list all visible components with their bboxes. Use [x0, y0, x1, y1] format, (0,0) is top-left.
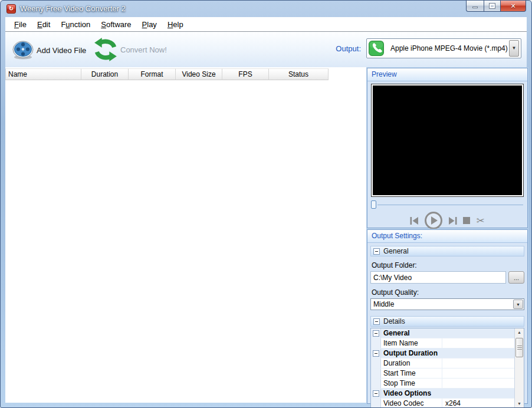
- collapse-icon[interactable]: [373, 318, 380, 325]
- collapse-icon[interactable]: [373, 390, 379, 397]
- window-title: Weeny Free Video Converter 2: [20, 1, 126, 17]
- previous-button[interactable]: [410, 217, 419, 225]
- add-video-file-label: Add Video File: [37, 46, 86, 55]
- thumb-grip: [517, 346, 522, 350]
- menu-bar: File Edit Function Software Play Help: [5, 17, 527, 32]
- stop-button[interactable]: [463, 217, 470, 224]
- output-folder-input[interactable]: [370, 271, 506, 284]
- scroll-up-icon[interactable]: ▲: [515, 328, 524, 337]
- property-value[interactable]: [442, 338, 514, 348]
- property-value[interactable]: [442, 358, 514, 368]
- column-header-video-size[interactable]: Video Size: [176, 68, 222, 80]
- column-header-fps[interactable]: FPS: [222, 68, 269, 80]
- close-button[interactable]: ✕: [500, 1, 526, 12]
- preview-panel: Preview ✂: [367, 68, 528, 228]
- property-value[interactable]: [442, 379, 514, 388]
- video-preview: [372, 84, 523, 196]
- app-window: ↻ Weeny Free Video Converter 2 ✕ File Ed…: [0, 0, 532, 408]
- output-settings-body: General Output Folder: ... Output Qualit…: [367, 243, 527, 408]
- output-format-group: Output: Apple iPhone MPEG-4 Movie (*.mp4…: [336, 38, 521, 58]
- output-quality-label: Output Quality:: [372, 288, 524, 297]
- menu-file[interactable]: File: [9, 18, 32, 31]
- menu-play[interactable]: Play: [137, 18, 162, 31]
- details-scrollbar[interactable]: ▲ ▼: [514, 328, 524, 408]
- property-value[interactable]: x264: [442, 399, 514, 408]
- play-icon: [431, 216, 438, 225]
- chevron-down-icon: ▼: [512, 46, 517, 51]
- details-row[interactable]: Start Time: [371, 368, 514, 379]
- menu-help[interactable]: Help: [162, 18, 189, 31]
- details-row[interactable]: Stop Time: [371, 379, 514, 389]
- details-row[interactable]: Duration: [371, 358, 514, 368]
- output-format-value: Apple iPhone MPEG-4 Movie (*.mp4): [390, 39, 508, 58]
- general-section-label: General: [383, 247, 409, 255]
- play-button[interactable]: [425, 212, 442, 229]
- row-gutter: [371, 399, 381, 408]
- output-settings-header: Output Settings:: [367, 230, 527, 243]
- output-label: Output:: [336, 44, 361, 53]
- output-folder-label: Output Folder:: [372, 261, 524, 269]
- details-rows: General Item Name Output Duration: [371, 328, 514, 408]
- add-video-file-button[interactable]: Add Video File: [11, 40, 86, 60]
- minimize-button[interactable]: [466, 1, 484, 12]
- details-row[interactable]: Video Options: [371, 389, 514, 399]
- column-header-name[interactable]: Name: [5, 68, 81, 80]
- output-settings-panel: Output Settings: General Output Folder: …: [367, 229, 528, 404]
- convert-now-button[interactable]: Convert Now!: [93, 37, 167, 62]
- output-format-arrow-button[interactable]: ▼: [509, 40, 519, 57]
- details-section-header[interactable]: Details: [370, 316, 524, 327]
- row-gutter: [371, 348, 381, 358]
- maximize-icon: [490, 4, 495, 8]
- chevron-down-icon: ▼: [516, 302, 520, 307]
- details-row[interactable]: Output Duration: [371, 348, 514, 358]
- row-gutter: [371, 389, 381, 398]
- scroll-down-icon[interactable]: ▼: [515, 400, 524, 408]
- menu-function[interactable]: Function: [55, 18, 96, 31]
- transport-controls: ✂: [367, 212, 527, 229]
- property-label: General: [381, 329, 410, 337]
- row-gutter: [371, 358, 381, 368]
- details-row[interactable]: Item Name: [371, 338, 514, 348]
- column-header-duration[interactable]: Duration: [81, 68, 129, 80]
- output-folder-row: ...: [370, 271, 524, 284]
- preview-panel-header: Preview: [367, 68, 527, 81]
- file-list-header: Name Duration Format Video Size FPS Stat…: [5, 68, 329, 80]
- convert-icon: [93, 37, 119, 62]
- toolbar: Add Video File Convert Now! Output:: [5, 32, 527, 67]
- property-label: Output Duration: [381, 349, 438, 357]
- output-quality-arrow-button[interactable]: ▼: [513, 300, 523, 309]
- output-quality-value: Middle: [373, 300, 394, 308]
- trim-scissors-button[interactable]: ✂: [476, 216, 484, 226]
- column-header-status[interactable]: Status: [269, 68, 329, 80]
- next-button[interactable]: [448, 217, 457, 225]
- row-gutter: [371, 328, 381, 338]
- output-format-dropdown[interactable]: Apple iPhone MPEG-4 Movie (*.mp4) ▼: [366, 38, 521, 58]
- slider-track[interactable]: [377, 205, 523, 205]
- details-row[interactable]: General: [371, 328, 514, 338]
- slider-handle[interactable]: [371, 200, 376, 209]
- collapse-icon[interactable]: [373, 330, 379, 337]
- property-label: Video Options: [381, 389, 431, 397]
- seek-slider[interactable]: [371, 200, 523, 209]
- title-bar[interactable]: ↻ Weeny Free Video Converter 2 ✕: [1, 1, 531, 17]
- column-header-format[interactable]: Format: [129, 68, 176, 80]
- maximize-button[interactable]: [484, 1, 500, 12]
- browse-button[interactable]: ...: [508, 271, 524, 284]
- film-reel-icon: [11, 40, 35, 60]
- row-gutter: [371, 368, 381, 378]
- property-label: Start Time: [381, 369, 442, 377]
- close-icon: ✕: [510, 2, 515, 10]
- menu-software[interactable]: Software: [96, 18, 136, 31]
- collapse-icon[interactable]: [373, 350, 379, 357]
- property-value[interactable]: [442, 368, 514, 378]
- scrollbar-thumb[interactable]: [515, 338, 523, 357]
- output-quality-dropdown[interactable]: Middle ▼: [370, 298, 524, 310]
- collapse-icon[interactable]: [373, 248, 380, 255]
- menu-edit[interactable]: Edit: [32, 18, 55, 31]
- property-label: Duration: [381, 359, 442, 367]
- general-section-header[interactable]: General: [370, 246, 524, 256]
- details-section-label: Details: [383, 317, 405, 325]
- details-row[interactable]: Video Codec x264: [371, 399, 514, 408]
- property-label: Item Name: [381, 339, 442, 347]
- app-icon: ↻: [6, 4, 16, 14]
